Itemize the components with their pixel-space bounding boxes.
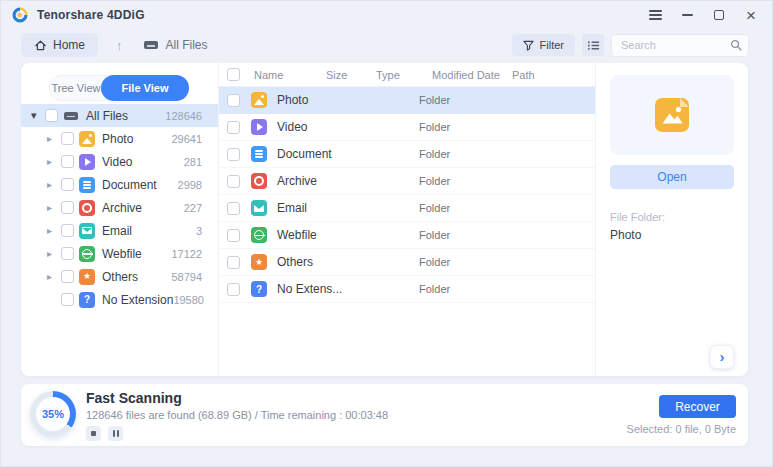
file-type-icon	[251, 146, 267, 162]
drive-icon	[143, 37, 159, 53]
tree-item-label: Email	[102, 224, 132, 238]
tree-item[interactable]: Document 2998	[21, 173, 218, 196]
row-checkbox[interactable]	[227, 175, 240, 188]
tree-item[interactable]: Others 58794	[21, 265, 218, 288]
tree-item-label: All Files	[86, 109, 128, 123]
file-name: Video	[277, 120, 369, 134]
file-type: Folder	[419, 256, 595, 268]
tab-tree-view[interactable]: Tree View	[50, 76, 102, 100]
search-icon	[730, 39, 742, 51]
tree-item-checkbox[interactable]	[61, 247, 74, 260]
next-page-button[interactable]: ›	[710, 345, 734, 369]
file-type: Folder	[419, 283, 595, 295]
tree-item-checkbox[interactable]	[61, 155, 74, 168]
file-type: Folder	[419, 121, 595, 133]
row-checkbox[interactable]	[227, 148, 240, 161]
file-row[interactable]: Others Folder	[219, 249, 595, 276]
tree-item[interactable]: Video 281	[21, 150, 218, 173]
open-button[interactable]: Open	[610, 165, 734, 189]
row-checkbox[interactable]	[227, 283, 240, 296]
file-type-icon	[79, 292, 95, 308]
tab-file-view[interactable]: File View	[101, 75, 189, 101]
file-row[interactable]: Photo Folder	[219, 87, 595, 114]
tree-item[interactable]: Archive 227	[21, 196, 218, 219]
funnel-icon	[523, 40, 534, 51]
app-title: Tenorshare 4DDiG	[37, 8, 145, 22]
tree-item[interactable]: Email 3	[21, 219, 218, 242]
preview-panel: Open File Folder: Photo ›	[595, 63, 748, 376]
list-view-button[interactable]	[582, 34, 604, 56]
tree-item-count: 3	[196, 225, 202, 237]
pause-scan-button[interactable]	[108, 426, 123, 441]
tree-item[interactable]: No Extension 19580	[21, 288, 218, 311]
file-type-icon	[79, 269, 95, 285]
file-type: Folder	[419, 94, 595, 106]
tree-item-checkbox[interactable]	[61, 293, 74, 306]
sidebar: Tree View File View All Files 128646	[21, 63, 219, 376]
file-type-icon	[251, 281, 267, 297]
file-row[interactable]: No Extens... Folder	[219, 276, 595, 303]
up-arrow-button[interactable]: ↑	[116, 38, 123, 53]
tree-item-checkbox[interactable]	[61, 270, 74, 283]
expand-arrow-icon[interactable]	[47, 225, 61, 236]
app-window: Tenorshare 4DDiG Home ↑ All Files Fil	[0, 0, 773, 467]
file-type-icon	[79, 223, 95, 239]
file-row[interactable]: Document Folder	[219, 141, 595, 168]
tree-item-label: Photo	[102, 132, 133, 146]
minimize-button[interactable]	[678, 6, 696, 24]
file-type-icon	[79, 131, 95, 147]
tree-item-count: 227	[184, 202, 202, 214]
expand-arrow-icon[interactable]	[47, 271, 61, 282]
row-checkbox[interactable]	[227, 202, 240, 215]
tree-item-checkbox[interactable]	[61, 132, 74, 145]
recover-button[interactable]: Recover	[659, 395, 736, 418]
row-checkbox[interactable]	[227, 256, 240, 269]
row-checkbox[interactable]	[227, 229, 240, 242]
file-row[interactable]: Webfile Folder	[219, 222, 595, 249]
tree-item-checkbox[interactable]	[61, 201, 74, 214]
menu-icon[interactable]	[646, 6, 664, 24]
column-path: Path	[512, 69, 595, 81]
scan-progress-ring: 35%	[30, 391, 76, 437]
column-modified-date: Modified Date	[432, 69, 512, 81]
stop-scan-button[interactable]	[86, 426, 101, 441]
folder-tree: All Files 128646 Photo 29641	[21, 104, 218, 311]
filter-button[interactable]: Filter	[512, 34, 575, 56]
home-label: Home	[53, 38, 85, 52]
home-icon	[34, 39, 47, 52]
expand-arrow-icon[interactable]	[47, 248, 61, 259]
expand-arrow-icon[interactable]	[47, 202, 61, 213]
tree-item-checkbox[interactable]	[61, 178, 74, 191]
search-input[interactable]	[611, 34, 749, 57]
tree-item[interactable]: All Files 128646	[21, 104, 218, 127]
file-row[interactable]: Email Folder	[219, 195, 595, 222]
file-row[interactable]: Video Folder	[219, 114, 595, 141]
home-button[interactable]: Home	[21, 33, 98, 57]
maximize-button[interactable]	[710, 6, 728, 24]
tree-item-checkbox[interactable]	[45, 109, 58, 122]
file-type-icon	[79, 177, 95, 193]
row-checkbox[interactable]	[227, 94, 240, 107]
close-button[interactable]	[742, 6, 760, 24]
scan-status-detail: 128646 files are found (68.89 GB) / Time…	[86, 409, 388, 421]
toolbar-right: Filter	[512, 32, 749, 58]
expand-arrow-icon[interactable]	[47, 179, 61, 190]
tree-item-label: No Extension	[102, 293, 173, 307]
tree-item[interactable]: Photo 29641	[21, 127, 218, 150]
tree-item-label: Others	[102, 270, 138, 284]
file-type-icon	[251, 92, 267, 108]
tree-item-count: 281	[184, 156, 202, 168]
expand-arrow-icon[interactable]	[47, 133, 61, 144]
expand-arrow-icon[interactable]	[31, 109, 45, 122]
file-row[interactable]: Archive Folder	[219, 168, 595, 195]
tree-item-checkbox[interactable]	[61, 224, 74, 237]
file-type-icon	[79, 200, 95, 216]
row-checkbox[interactable]	[227, 121, 240, 134]
tree-item[interactable]: Webfile 17122	[21, 242, 218, 265]
scan-progress-percent: 35%	[36, 397, 70, 431]
expand-arrow-icon[interactable]	[47, 156, 61, 167]
table-header: Name Size Type Modified Date Path	[219, 63, 595, 87]
tree-item-count: 58794	[171, 271, 202, 283]
select-all-checkbox[interactable]	[227, 68, 240, 81]
file-type-icon	[251, 200, 267, 216]
